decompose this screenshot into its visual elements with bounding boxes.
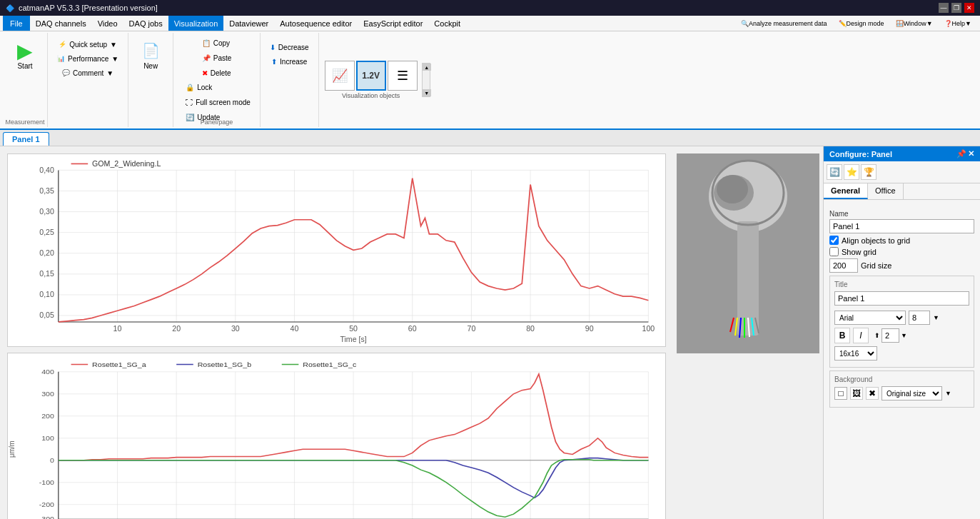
wrench-image	[677, 153, 819, 353]
svg-text:0,25: 0,25	[39, 228, 54, 236]
background-controls: □ 🖼 ✖ Original size ▼	[834, 386, 969, 400]
svg-text:0,05: 0,05	[39, 312, 54, 320]
ribbon-section-panel-page: 📋Copy 📌Paste ✖Delete 🔒Lock ⛶Full screen …	[173, 33, 261, 127]
decrease-button[interactable]: ⬇Decrease	[266, 40, 313, 54]
fullscreen-button[interactable]: ⛶Full screen mode	[182, 95, 254, 109]
vis-btn-chart[interactable]: 📈	[325, 61, 355, 91]
ribbon: ▶ Start Measurement ⚡ Quick setup ▼ 📊 Pe…	[0, 31, 980, 130]
configure-toolbar: 🔄 ⭐ 🏆	[824, 161, 980, 183]
font-size-dropdown-icon[interactable]: ▼	[933, 314, 939, 321]
minimize-button[interactable]: —	[939, 3, 949, 13]
menu-item-video[interactable]: Video	[92, 16, 123, 31]
vis-objects-scrollbar[interactable]: ▲ ▼	[422, 63, 430, 97]
configure-tab-general[interactable]: General	[824, 183, 868, 199]
configure-icon-btn-1[interactable]: 🔄	[827, 164, 842, 180]
svg-text:200: 200	[41, 412, 54, 419]
grid-size-input[interactable]	[829, 258, 858, 273]
svg-text:0,20: 0,20	[39, 249, 54, 257]
delete-button[interactable]: ✖Delete	[198, 66, 236, 80]
svg-text:Time [s]: Time [s]	[340, 336, 366, 343]
svg-text:40: 40	[291, 326, 299, 333]
background-image-btn[interactable]: 🖼	[850, 387, 863, 400]
chart-2-svg: 400 300 200 100 0 -100 -200 -300 μm/m 10…	[8, 353, 665, 520]
svg-point-93	[717, 175, 748, 203]
background-clear-btn[interactable]: ✖	[866, 387, 879, 400]
font-style-val-input[interactable]	[882, 328, 899, 343]
vis-scroll-up[interactable]: ▲	[423, 64, 431, 71]
title-section: Title Arial ▼ B I ⬆ ▼	[829, 276, 974, 368]
window-btn[interactable]: 🪟 Window ▼	[890, 16, 939, 31]
image-area	[673, 146, 823, 519]
font-row: Arial ▼	[834, 311, 969, 325]
align-objects-label: Align objects to grid	[842, 236, 910, 245]
help-btn[interactable]: ❓ Help ▼	[939, 16, 977, 31]
vis-btn-table[interactable]: ☰	[388, 61, 418, 91]
vis-scroll-down[interactable]: ▼	[423, 89, 431, 96]
svg-text:Rosette1_SG_b: Rosette1_SG_b	[198, 361, 252, 368]
italic-button[interactable]: I	[853, 328, 869, 343]
align-objects-checkbox[interactable]	[829, 236, 839, 245]
font-size-input[interactable]	[909, 311, 930, 325]
analyze-btn[interactable]: 🔍 Analyze measurement data	[735, 16, 833, 31]
vis-btn-meter[interactable]: 1.2V	[356, 61, 386, 91]
new-button[interactable]: 📄 New	[134, 36, 167, 74]
bold-button[interactable]: B	[834, 328, 850, 343]
title-input[interactable]	[834, 291, 969, 306]
svg-text:-100: -100	[39, 478, 55, 485]
menu-item-daq-jobs[interactable]: DAQ jobs	[123, 16, 168, 31]
svg-text:90: 90	[585, 326, 594, 333]
menu-item-daq-channels[interactable]: DAQ channels	[30, 16, 92, 31]
configure-body: Name Align objects to grid Show grid Gri…	[824, 200, 980, 519]
design-mode-btn[interactable]: ✏️ Design mode	[833, 16, 890, 31]
menu-item-easyscript-editor[interactable]: EasyScript editor	[358, 16, 428, 31]
svg-text:-200: -200	[39, 500, 55, 508]
copy-button[interactable]: 📋Copy	[198, 36, 236, 50]
ribbon-section-measurement: ▶ Start Measurement	[3, 33, 48, 127]
comment-button[interactable]: 💬 Comment ▼	[59, 66, 117, 80]
main-content: 0,40 0,35 0,30 0,25 0,20 0,15 0,10 0,05 …	[0, 146, 980, 519]
restore-button[interactable]: ❐	[951, 3, 961, 13]
menu-item-autosequence-editor[interactable]: Autosequence editor	[274, 16, 358, 31]
lock-button[interactable]: 🔒Lock	[182, 80, 254, 94]
grid-size-label: Grid size	[861, 261, 891, 270]
align-objects-row: Align objects to grid	[829, 236, 974, 245]
performance-button[interactable]: 📊 Performance ▼	[54, 51, 122, 66]
ribbon-section-vis-objects: 📈 1.2V ☰ Visualization objects ▲ ▼	[319, 33, 436, 127]
svg-text:μm/m: μm/m	[8, 440, 16, 457]
configure-icon-btn-3[interactable]: 🏆	[861, 164, 877, 180]
show-grid-checkbox[interactable]	[829, 247, 839, 256]
background-size-dropdown-icon[interactable]: ▼	[945, 390, 951, 397]
panel-tab-1[interactable]: Panel 1	[3, 132, 49, 146]
close-button[interactable]: ✕	[964, 3, 974, 13]
menu-bar: File DAQ channels Video DAQ jobs Visuali…	[0, 16, 980, 31]
grid-size-row: Grid size	[829, 258, 974, 273]
configure-header: Configure: Panel 📌 ✕	[824, 146, 980, 161]
paste-button[interactable]: 📌Paste	[198, 51, 236, 65]
chart-1: 0,40 0,35 0,30 0,25 0,20 0,15 0,10 0,05 …	[7, 153, 666, 347]
configure-panel: Configure: Panel 📌 ✕ 🔄 ⭐ 🏆 General Offic…	[823, 146, 980, 519]
menu-item-cockpit[interactable]: Cockpit	[428, 16, 466, 31]
vis-objects-label: Visualization objects	[342, 92, 400, 99]
name-input[interactable]	[829, 219, 974, 233]
icon-size-row: 16x16	[834, 346, 969, 361]
name-label: Name	[829, 210, 974, 218]
increase-button[interactable]: ⬆Increase	[268, 54, 310, 69]
configure-icon-btn-2[interactable]: ⭐	[844, 164, 859, 180]
start-button[interactable]: ▶ Start	[9, 36, 41, 74]
ribbon-section-new: 📄 New	[128, 33, 173, 127]
quick-setup-button[interactable]: ⚡ Quick setup ▼	[55, 37, 121, 51]
font-style-dropdown-icon[interactable]: ▼	[901, 332, 907, 339]
menu-item-file[interactable]: File	[3, 16, 30, 31]
background-size-select[interactable]: Original size	[882, 386, 942, 400]
menu-item-visualization[interactable]: Visualization	[168, 16, 224, 31]
show-grid-row: Show grid	[829, 247, 974, 256]
pin-icon[interactable]: 📌	[956, 149, 966, 158]
icon-size-select[interactable]: 16x16	[834, 346, 877, 361]
svg-text:0: 0	[50, 456, 54, 463]
svg-text:20: 20	[172, 326, 181, 333]
close-configure-icon[interactable]: ✕	[968, 149, 974, 158]
menu-item-dataviewer[interactable]: Dataviewer	[223, 16, 274, 31]
configure-tab-office[interactable]: Office	[868, 183, 904, 199]
font-select[interactable]: Arial	[834, 311, 906, 325]
background-color-btn[interactable]: □	[834, 387, 847, 400]
